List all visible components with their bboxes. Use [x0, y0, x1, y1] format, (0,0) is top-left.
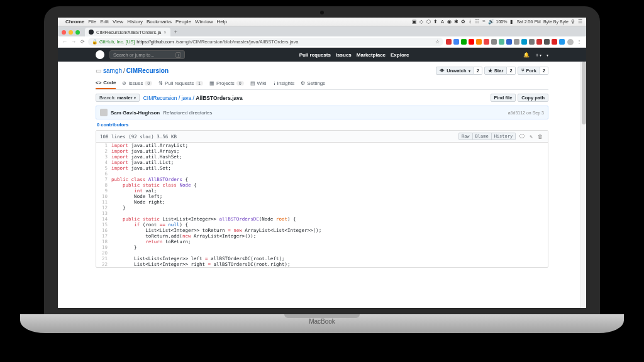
extension-icon[interactable]: [469, 39, 474, 45]
tab-pull-requests[interactable]: ⇅Pull requests1: [158, 77, 203, 89]
star-icon[interactable]: ☆: [435, 39, 440, 45]
menu-item[interactable]: Help: [216, 19, 226, 25]
notifications-icon[interactable]: 🔔: [523, 52, 530, 58]
address-bar[interactable]: 🔒 GitHub, Inc. [US] https://github.com/s…: [88, 38, 443, 46]
github-logo-icon[interactable]: [96, 50, 104, 59]
scrollbar[interactable]: [580, 62, 586, 308]
forward-icon[interactable]: →: [70, 39, 77, 45]
close-window-icon[interactable]: [62, 30, 66, 35]
username[interactable]: Byte By Byte: [543, 19, 569, 24]
tab-settings[interactable]: ⚙Settings: [301, 77, 325, 89]
line-number[interactable]: 12: [96, 205, 111, 211]
menu-item[interactable]: Bookmarks: [147, 19, 172, 25]
crumb-link[interactable]: CIMRecursion: [143, 95, 177, 101]
battery-icon[interactable]: ▮: [509, 19, 514, 25]
notification-icon[interactable]: ☰: [577, 19, 582, 25]
blame-button[interactable]: Blame: [473, 133, 492, 140]
menubar-icon[interactable]: ⬆: [433, 19, 438, 25]
extension-icon[interactable]: [491, 39, 497, 45]
copy-path-button[interactable]: Copy path: [518, 94, 548, 102]
github-nav-link[interactable]: Marketplace: [357, 52, 386, 58]
line-number[interactable]: 22: [96, 261, 111, 267]
repo-link[interactable]: CIMRecursion: [126, 67, 169, 74]
github-search-input[interactable]: Search or jump to... /: [109, 50, 185, 59]
tab-issues[interactable]: ⊘Issues0: [122, 77, 152, 89]
fork-button[interactable]: ⑂Fork: [518, 67, 540, 75]
tab-wiki[interactable]: ▤Wiki: [250, 77, 267, 89]
tab-insights[interactable]: ⫶Insights: [273, 77, 295, 89]
browser-tab[interactable]: CIMRecursion/AllBSTOrders.ja ×: [85, 28, 170, 36]
github-nav-link[interactable]: Explore: [391, 52, 409, 58]
unwatch-button[interactable]: 👁Unwatch▾: [436, 67, 474, 75]
github-nav-link[interactable]: Issues: [336, 52, 352, 58]
line-number[interactable]: 6: [96, 171, 111, 177]
menubar-icon[interactable]: ▣: [412, 19, 417, 25]
bluetooth-icon[interactable]: ᚼ: [467, 19, 472, 25]
history-button[interactable]: History: [492, 133, 516, 140]
raw-button[interactable]: Raw: [458, 133, 473, 140]
branch-selector[interactable]: Branch: master ▾: [96, 94, 140, 102]
extension-icon[interactable]: [484, 39, 489, 45]
menu-item[interactable]: Edit: [100, 19, 109, 25]
menu-item[interactable]: Window: [195, 19, 213, 25]
extension-icon[interactable]: [453, 39, 459, 45]
menu-item[interactable]: People: [175, 19, 191, 25]
extension-icon[interactable]: [544, 39, 550, 45]
line-number[interactable]: 3: [96, 154, 111, 160]
extension-icon[interactable]: [536, 39, 542, 45]
line-number[interactable]: 7: [96, 177, 111, 182]
menu-icon[interactable]: ⋮: [576, 39, 582, 45]
extension-icon[interactable]: [461, 39, 467, 45]
wifi-icon[interactable]: ⌔: [481, 19, 486, 25]
menubar-icon[interactable]: ✱: [453, 19, 458, 25]
volume-icon[interactable]: 🔊: [488, 19, 493, 25]
extension-icon[interactable]: [476, 39, 482, 45]
new-tab-button[interactable]: +: [174, 29, 177, 35]
fork-count[interactable]: 2: [540, 67, 548, 75]
extension-icon[interactable]: [514, 39, 519, 45]
tab-code[interactable]: <>Code: [96, 77, 116, 89]
line-number[interactable]: 20: [96, 250, 111, 256]
maximize-window-icon[interactable]: [75, 30, 80, 35]
minimize-window-icon[interactable]: [69, 30, 73, 35]
line-number[interactable]: 1: [96, 143, 111, 148]
line-number[interactable]: 21: [96, 256, 111, 261]
star-button[interactable]: ★Star: [484, 67, 508, 75]
github-nav-link[interactable]: Pull requests: [299, 52, 331, 58]
spotlight-icon[interactable]: ⚲: [570, 19, 575, 25]
clock[interactable]: Sat 2:56 PM: [516, 19, 541, 24]
tab-projects[interactable]: ▦Projects0: [209, 77, 244, 89]
extension-icon[interactable]: [529, 39, 535, 45]
menu-item[interactable]: File: [88, 19, 96, 25]
menubar-icon[interactable]: ◉: [447, 19, 452, 25]
extension-icon[interactable]: [552, 39, 557, 45]
menubar-icon[interactable]: ☷: [474, 19, 479, 25]
author-name[interactable]: Sam Gavis-Hughson: [111, 110, 160, 116]
crumb-link[interactable]: java: [182, 95, 192, 101]
line-number[interactable]: 9: [96, 188, 111, 194]
line-number[interactable]: 13: [96, 211, 111, 216]
extension-icon[interactable]: [521, 39, 527, 45]
author-avatar[interactable]: [100, 109, 108, 116]
extension-icon[interactable]: [559, 39, 565, 45]
scrollbar-thumb[interactable]: [582, 62, 586, 124]
create-menu[interactable]: ＋▾: [535, 52, 541, 58]
menu-item[interactable]: History: [127, 19, 143, 25]
profile-menu[interactable]: ▾: [547, 52, 548, 58]
extension-icon[interactable]: [499, 39, 504, 45]
contributors-link[interactable]: 0 contributors: [97, 122, 547, 128]
line-number[interactable]: 8: [96, 182, 111, 188]
star-count[interactable]: 2: [507, 67, 515, 75]
desktop-icon[interactable]: 🖵: [518, 134, 526, 140]
line-number[interactable]: 11: [96, 199, 111, 205]
find-file-button[interactable]: Find file: [491, 94, 516, 102]
extension-icon[interactable]: [506, 39, 512, 45]
menubar-icon[interactable]: ◇: [419, 19, 424, 25]
line-number[interactable]: 19: [96, 244, 111, 250]
line-number[interactable]: 14: [96, 216, 111, 222]
battery-percent[interactable]: 100%: [496, 19, 507, 24]
reload-icon[interactable]: ⟳: [79, 39, 86, 45]
menu-item[interactable]: View: [113, 19, 123, 25]
line-number[interactable]: 10: [96, 194, 111, 199]
commit-message[interactable]: Refactored directories: [163, 110, 212, 116]
